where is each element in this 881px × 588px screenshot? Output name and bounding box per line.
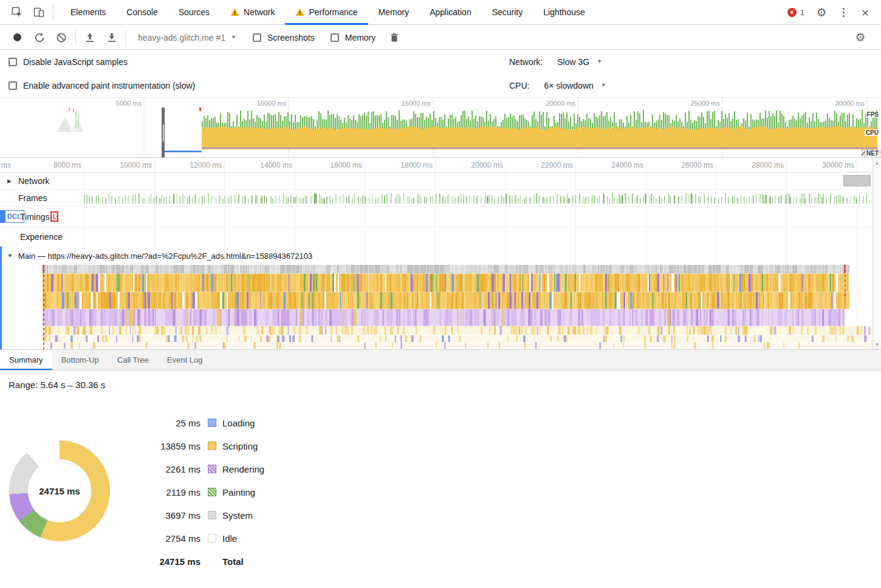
disclosure-triangle-icon[interactable]: ▼ xyxy=(7,253,13,259)
painting-swatch xyxy=(208,488,216,496)
toolbar-separator xyxy=(126,30,126,45)
loading-swatch xyxy=(208,419,216,427)
reload-and-record-icon[interactable] xyxy=(29,28,50,47)
disclosure-triangle-icon[interactable]: ▶ xyxy=(7,178,12,184)
network-track[interactable]: ▶ Network xyxy=(0,173,881,190)
history-select[interactable]: heavy-ads.glitch.me #1 ▼ xyxy=(138,33,236,43)
legend-row: 3697 ms System xyxy=(152,504,264,527)
performance-toolbar: heavy-ads.glitch.me #1 ▼ Screenshots Mem… xyxy=(0,26,881,50)
legend-label: Scripting xyxy=(222,441,258,451)
main-flame-chart[interactable] xyxy=(0,265,881,349)
experience-track[interactable]: Experience xyxy=(0,227,881,247)
tab-label: Lighthouse xyxy=(543,7,585,17)
experience-track-label: Experience xyxy=(20,232,63,242)
main-track-header[interactable]: ▼ Main — https://heavy-ads.glitch.me/?ad… xyxy=(0,247,881,265)
perf-settings-gear-icon[interactable]: ⚙ xyxy=(849,28,871,47)
tab-memory[interactable]: Memory xyxy=(368,0,420,25)
legend-value: 2754 ms xyxy=(152,533,201,544)
scripting-swatch xyxy=(208,442,216,450)
ruler-label: 18000 ms xyxy=(386,161,433,169)
screenshots-checkbox[interactable] xyxy=(253,33,261,42)
net-stream-label: NET xyxy=(865,150,880,157)
tab-application[interactable]: Application xyxy=(419,0,482,25)
tab-label: Elements xyxy=(70,7,106,17)
ruler-label: 30000 ms xyxy=(808,161,854,169)
devtools-window: Elements Console Sources Network Perform… xyxy=(0,0,881,588)
memory-checkbox[interactable] xyxy=(331,33,339,42)
network-throttle-select[interactable]: Slow 3G ▼ xyxy=(557,57,602,67)
caret-down-icon: ▼ xyxy=(601,83,606,88)
legend-label: Rendering xyxy=(222,464,264,474)
flame-chart-canvas xyxy=(0,265,881,349)
screenshots-label: Screenshots xyxy=(267,33,315,43)
advanced-paint-label: Enable advanced paint instrumentation (s… xyxy=(23,81,195,91)
lcp-marker-badge[interactable]: LCP xyxy=(50,211,58,222)
network-track-scrollbar[interactable] xyxy=(843,175,871,186)
cpu-throttle-select[interactable]: 6× slowdown ▼ xyxy=(544,81,606,91)
network-throttle-value: Slow 3G xyxy=(557,57,589,67)
legend-label: System xyxy=(222,510,253,521)
legend-total-value: 24715 ms xyxy=(152,556,201,567)
timeline-tracks: ms 8000 ms 10000 ms 12000 ms 14000 ms 16… xyxy=(0,159,881,349)
warning-icon xyxy=(230,8,239,16)
tab-sources[interactable]: Sources xyxy=(168,0,220,25)
legend-row: 25 ms Loading xyxy=(152,411,264,434)
legend-value: 25 ms xyxy=(152,418,201,428)
toolbar-separator xyxy=(75,30,76,45)
timeline-overview-strip[interactable]: 5000 ms 10000 ms 15000 ms 20000 ms 25000… xyxy=(0,97,881,158)
cpu-stream-label: CPU xyxy=(865,129,880,136)
summary-legend: 25 ms Loading 13859 ms Scripting 2261 ms… xyxy=(152,411,264,573)
tab-label: Sources xyxy=(179,7,210,17)
cpu-throttle-value: 6× slowdown xyxy=(544,81,593,91)
tab-bottom-up[interactable]: Bottom-Up xyxy=(52,350,108,370)
frames-track[interactable]: Frames xyxy=(0,190,881,207)
error-icon: × xyxy=(787,8,797,17)
vertical-scrollbar[interactable]: ▲ ▼ xyxy=(872,159,881,349)
devtools-tabbar: Elements Console Sources Network Perform… xyxy=(0,0,881,25)
summary-donut: 24715 ms xyxy=(9,440,110,541)
overview-time-label: 15000 ms xyxy=(386,100,431,107)
tab-summary[interactable]: Summary xyxy=(0,350,52,370)
settings-gear-icon[interactable]: ⚙ xyxy=(811,2,832,22)
device-toolbar-icon[interactable] xyxy=(28,2,50,22)
load-profile-icon[interactable] xyxy=(79,28,101,47)
tab-network[interactable]: Network xyxy=(220,0,285,25)
garbage-collect-icon[interactable] xyxy=(383,28,405,47)
ruler-label: 10000 ms xyxy=(106,161,152,169)
tab-event-log[interactable]: Event Log xyxy=(158,350,212,370)
record-button[interactable] xyxy=(13,33,21,41)
ruler-label: 16000 ms xyxy=(316,161,362,169)
network-throttle-label: Network: xyxy=(509,57,543,67)
tab-label: Network xyxy=(244,7,275,17)
main-track-label: Main — https://heavy-ads.glitch.me/?ad=%… xyxy=(18,251,312,261)
advanced-paint-row: Enable advanced paint instrumentation (s… xyxy=(9,81,195,91)
screenshots-checkbox-row: Screenshots xyxy=(253,33,315,43)
clear-recording-icon[interactable] xyxy=(50,28,72,47)
inspect-element-icon[interactable] xyxy=(6,2,28,22)
save-profile-icon[interactable] xyxy=(101,28,123,47)
legend-row: 13859 ms Scripting xyxy=(152,434,264,457)
overview-time-label: 30000 ms xyxy=(820,100,865,107)
disable-js-samples-checkbox[interactable] xyxy=(9,58,17,66)
tab-performance[interactable]: Performance xyxy=(285,0,368,25)
tab-console[interactable]: Console xyxy=(116,0,168,25)
frames-chart xyxy=(0,190,881,207)
tab-elements[interactable]: Elements xyxy=(60,0,116,25)
console-error-badge[interactable]: × 1 xyxy=(787,8,804,17)
legend-row: 2754 ms Idle xyxy=(152,527,264,550)
advanced-paint-checkbox[interactable] xyxy=(9,81,17,90)
tab-lighthouse[interactable]: Lighthouse xyxy=(533,0,595,25)
ruler-label: 20000 ms xyxy=(457,161,503,169)
legend-value: 3697 ms xyxy=(152,510,201,521)
timings-track[interactable]: DCL Timings LCP xyxy=(0,207,881,227)
timings-track-label: Timings xyxy=(20,212,50,222)
more-options-icon[interactable] xyxy=(832,2,854,22)
close-devtools-icon[interactable]: × xyxy=(854,2,876,22)
disable-js-samples-row: Disable JavaScript samples xyxy=(9,57,128,67)
timeline-ruler: ms 8000 ms 10000 ms 12000 ms 14000 ms 16… xyxy=(0,159,881,173)
scroll-down-icon[interactable]: ▼ xyxy=(873,342,881,347)
tab-call-tree[interactable]: Call Tree xyxy=(108,350,158,370)
legend-value: 2119 ms xyxy=(152,487,201,497)
tab-security[interactable]: Security xyxy=(482,0,533,25)
scroll-up-icon[interactable]: ▲ xyxy=(873,160,881,166)
